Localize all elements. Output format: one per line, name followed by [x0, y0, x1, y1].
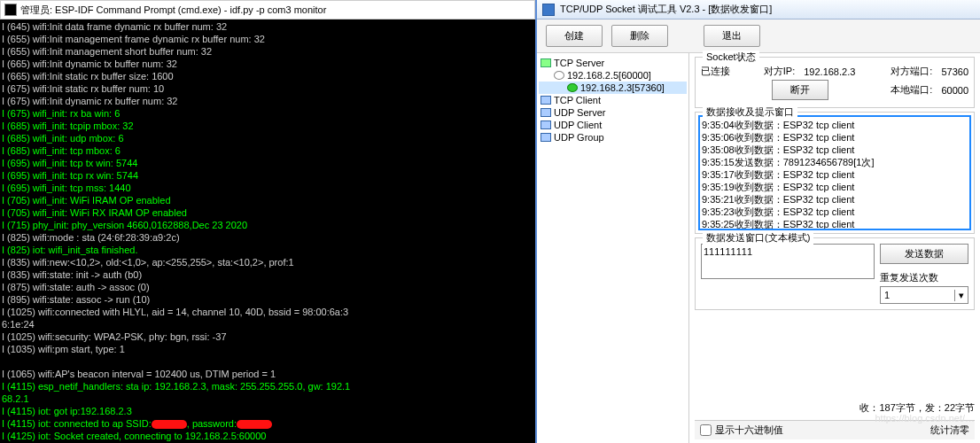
client-icon	[541, 96, 551, 105]
socket-titlebar[interactable]: TCP/UDP Socket 调试工具 V2.3 - [数据收发窗口]	[537, 0, 980, 19]
tree-udp-server[interactable]: UDP Server	[539, 106, 687, 119]
hex-checkbox[interactable]: 显示十六进制值	[700, 424, 783, 437]
node-icon	[554, 71, 564, 80]
socket-status-group: Socket状态 已连接 对方IP:192.168.2.3 对方端口:57360…	[695, 57, 975, 108]
send-group: 数据发送窗口(文本模式) 发送数据 重复发送次数 1 ▾	[695, 237, 975, 310]
socket-title: TCP/UDP Socket 调试工具 V2.3 - [数据收发窗口]	[560, 3, 772, 16]
tree-udp-client[interactable]: UDP Client	[539, 119, 687, 131]
exit-button[interactable]: 退出	[704, 25, 760, 47]
app-icon	[542, 4, 555, 16]
local-port-label: 本地端口:	[891, 83, 932, 97]
chevron-down-icon: ▾	[954, 290, 964, 301]
client-icon	[541, 133, 551, 142]
group-label: Socket状态	[703, 51, 759, 64]
send-input[interactable]	[701, 244, 875, 279]
body: TCP Server 192.168.2.5[60000] 192.168.2.…	[537, 53, 980, 443]
peer-ip-label: 对方IP:	[764, 65, 795, 78]
repeat-label: 重复发送次数	[880, 271, 968, 284]
tree-node-peer[interactable]: 192.168.2.3[57360]	[539, 82, 687, 94]
peer-port-value: 57360	[941, 66, 968, 77]
tree-udp-group[interactable]: UDP Group	[539, 131, 687, 144]
socket-tool-window: TCP/UDP Socket 调试工具 V2.3 - [数据收发窗口] 创建 删…	[535, 0, 980, 443]
send-button[interactable]: 发送数据	[880, 244, 968, 264]
tree-tcp-server[interactable]: TCP Server	[539, 57, 687, 69]
terminal-title: 管理员: ESP-IDF Command Prompt (cmd.exe) - …	[20, 4, 326, 17]
connected-label: 已连接	[701, 65, 745, 78]
local-port-value: 60000	[941, 85, 968, 96]
delete-button[interactable]: 删除	[611, 25, 668, 47]
server-icon	[541, 58, 551, 67]
stats-clear[interactable]: 统计清零	[930, 424, 969, 437]
disconnect-button[interactable]: 断开	[772, 80, 828, 100]
terminal-output[interactable]: I (645) wifi:Init data frame dynamic rx …	[0, 19, 535, 443]
repeat-value: 1	[884, 290, 890, 300]
connection-tree[interactable]: TCP Server 192.168.2.5[60000] 192.168.2.…	[537, 53, 689, 443]
cmd-icon	[4, 4, 17, 16]
right-panels: Socket状态 已连接 对方IP:192.168.2.3 对方端口:57360…	[689, 53, 980, 443]
repeat-select[interactable]: 1 ▾	[880, 286, 968, 304]
group-label: 数据接收及提示窗口	[703, 105, 797, 119]
tree-tcp-client[interactable]: TCP Client	[539, 94, 687, 106]
tree-node-host[interactable]: 192.168.2.5[60000]	[539, 69, 687, 82]
hex-check-input[interactable]	[700, 424, 712, 436]
peer-port-label: 对方端口:	[891, 65, 932, 78]
connected-icon	[567, 83, 578, 92]
terminal-titlebar[interactable]: 管理员: ESP-IDF Command Prompt (cmd.exe) - …	[0, 0, 535, 19]
toolbar: 创建 删除 退出	[537, 19, 980, 53]
client-icon	[541, 120, 551, 129]
client-icon	[541, 108, 551, 117]
recv-group: 数据接收及提示窗口 9:35:04收到数据：ESP32 tcp client9:…	[695, 112, 975, 234]
recv-textarea[interactable]: 9:35:04收到数据：ESP32 tcp client9:35:06收到数据：…	[698, 115, 971, 230]
create-button[interactable]: 创建	[546, 25, 603, 47]
peer-ip-value: 192.168.2.3	[804, 66, 855, 77]
watermark: https://blog.csdn.net/…	[875, 413, 975, 424]
terminal-window: 管理员: ESP-IDF Command Prompt (cmd.exe) - …	[0, 0, 535, 443]
group-label: 数据发送窗口(文本模式)	[703, 231, 813, 245]
